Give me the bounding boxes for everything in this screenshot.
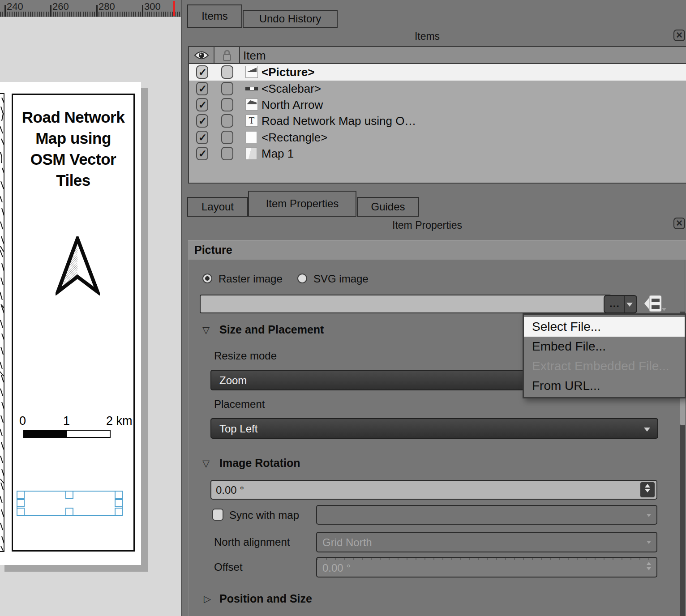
rotation-spinbox[interactable]: 0.00 ° <box>210 480 657 500</box>
ruler-major-tick <box>142 5 143 17</box>
ruler-major-tick <box>50 5 51 17</box>
lock-checkbox[interactable] <box>221 65 233 79</box>
raster-image-radio[interactable] <box>202 274 212 283</box>
map-title-label[interactable]: Road Network Map using OSM Vector Tiles <box>13 107 133 191</box>
close-icon[interactable]: ✕ <box>673 218 685 229</box>
visibility-checkbox[interactable]: ✓ <box>196 65 208 79</box>
spinner-buttons[interactable] <box>640 482 655 497</box>
tab-undo-history[interactable]: Undo History <box>243 10 338 28</box>
lock-checkbox[interactable] <box>221 82 233 95</box>
spin-down-icon <box>647 567 651 570</box>
lock-checkbox[interactable] <box>221 147 233 160</box>
map-icon <box>245 147 257 160</box>
size-placement-header[interactable]: Size and Placement <box>219 323 324 336</box>
close-icon[interactable]: ✕ <box>673 30 685 41</box>
picture-group-header: Picture <box>188 240 686 260</box>
offset-spinbox: 0.00 ° <box>316 557 657 578</box>
scalebar-tick-label: 0 <box>19 414 26 428</box>
ruler-major-tick <box>96 5 98 17</box>
resize-mode-label: Resize mode <box>214 350 277 362</box>
map-item[interactable] <box>0 93 4 552</box>
ruler-major-tick <box>4 5 6 17</box>
placement-dropdown[interactable]: Top Left <box>210 418 658 439</box>
selection-handle[interactable] <box>65 491 73 499</box>
page-shadow <box>141 88 148 571</box>
list-item-north-arrow[interactable]: ✓ North Arrow <box>189 97 686 113</box>
visibility-checkbox[interactable]: ✓ <box>196 147 208 160</box>
qgis-layout-designer: { "ruler": { "unit_labels": ["240", "260… <box>0 0 686 616</box>
data-defined-override-button[interactable] <box>643 293 664 314</box>
collapse-closed-icon: ▷ <box>204 594 211 604</box>
lock-checkbox[interactable] <box>221 98 233 111</box>
sync-map-dropdown[interactable] <box>316 505 657 525</box>
tab-guides[interactable]: Guides <box>357 197 419 217</box>
lock-checkbox[interactable] <box>221 114 233 128</box>
text-label-icon: T <box>245 115 258 127</box>
ruler-position-marker <box>173 1 175 16</box>
list-item-map[interactable]: ✓ Map 1 <box>189 145 686 162</box>
selected-picture-frame[interactable] <box>17 491 123 516</box>
svg-image-radio[interactable] <box>297 274 307 283</box>
selection-handle[interactable] <box>17 508 25 516</box>
ruler-label: 300 <box>144 1 161 13</box>
selection-handle[interactable] <box>115 491 123 499</box>
image-rotation-header[interactable]: Image Rotation <box>219 457 300 470</box>
north-arrow-item[interactable] <box>56 236 100 295</box>
selection-handle[interactable] <box>65 508 73 516</box>
tab-item-properties[interactable]: Item Properties <box>248 191 356 217</box>
spin-up-icon <box>647 562 651 565</box>
tab-items[interactable]: Items <box>187 4 242 28</box>
chevron-down-icon[interactable] <box>662 308 666 311</box>
selection-handle[interactable] <box>17 491 25 499</box>
list-item-scalebar[interactable]: ✓ <Scalebar> <box>189 81 686 97</box>
list-item-rectangle[interactable]: ✓ <Rectangle> <box>189 129 686 146</box>
svg-image-label: SVG image <box>313 273 369 285</box>
scalebar-icon <box>245 82 258 94</box>
check-icon: ✓ <box>198 99 207 111</box>
browse-button[interactable]: … <box>604 295 637 313</box>
selection-handle[interactable] <box>115 508 123 516</box>
list-item-label[interactable]: ✓ T Road Network Map using O… <box>189 113 686 129</box>
selection-handle[interactable] <box>17 499 25 507</box>
chevron-down-icon[interactable] <box>626 303 633 307</box>
check-icon: ✓ <box>198 66 207 78</box>
picture-icon <box>245 66 258 78</box>
check-icon: ✓ <box>198 83 207 95</box>
items-panel-title: Items <box>181 30 673 43</box>
selection-handle[interactable] <box>115 499 123 507</box>
collapse-open-icon: ▽ <box>202 458 210 469</box>
menu-item-embed-file[interactable]: Embed File... <box>524 337 685 356</box>
rectangle-item[interactable]: Road Network Map using OSM Vector Tiles … <box>12 94 135 552</box>
spin-up-icon[interactable] <box>645 484 650 488</box>
items-list[interactable]: Item ✓ <Picture> ✓ <Scalebar> ✓ North Ar… <box>188 46 686 184</box>
raster-image-label: Raster image <box>219 273 283 285</box>
menu-item-from-url[interactable]: From URL... <box>524 376 685 396</box>
menu-item-select-file[interactable]: Select File... <box>524 317 685 337</box>
scrollbar-thumb[interactable] <box>680 398 685 425</box>
position-size-header[interactable]: Position and Size <box>219 592 312 605</box>
sync-with-map-checkbox[interactable] <box>212 509 223 521</box>
ellipsis-icon[interactable]: … <box>605 296 625 312</box>
north-arrow-icon <box>245 98 258 111</box>
picture-source-context-menu: Select File... Embed File... Extract Emb… <box>523 313 686 398</box>
visibility-checkbox[interactable]: ✓ <box>196 82 208 95</box>
lock-icon <box>222 49 232 62</box>
menu-item-extract-embedded-file: Extract Embedded File... <box>524 356 685 376</box>
scalebar-item[interactable]: 0 1 2 km <box>13 414 133 441</box>
visibility-column-header <box>189 47 214 63</box>
eye-icon <box>194 50 209 60</box>
visibility-checkbox[interactable]: ✓ <box>196 98 208 111</box>
image-path-input[interactable] <box>200 295 611 313</box>
visibility-checkbox[interactable]: ✓ <box>196 131 208 144</box>
item-column-header: Item <box>243 49 266 63</box>
page-shadow <box>4 565 148 572</box>
items-list-header: Item <box>189 47 686 64</box>
tab-layout[interactable]: Layout <box>187 197 248 217</box>
list-item-picture[interactable]: ✓ <Picture> <box>189 64 686 81</box>
visibility-checkbox[interactable]: ✓ <box>196 114 208 128</box>
lock-checkbox[interactable] <box>221 131 233 144</box>
sync-with-map-label: Sync with map <box>229 509 299 522</box>
collapse-open-icon: ▽ <box>202 325 210 335</box>
scalebar-bar <box>23 430 111 438</box>
spin-down-icon[interactable] <box>645 489 650 492</box>
